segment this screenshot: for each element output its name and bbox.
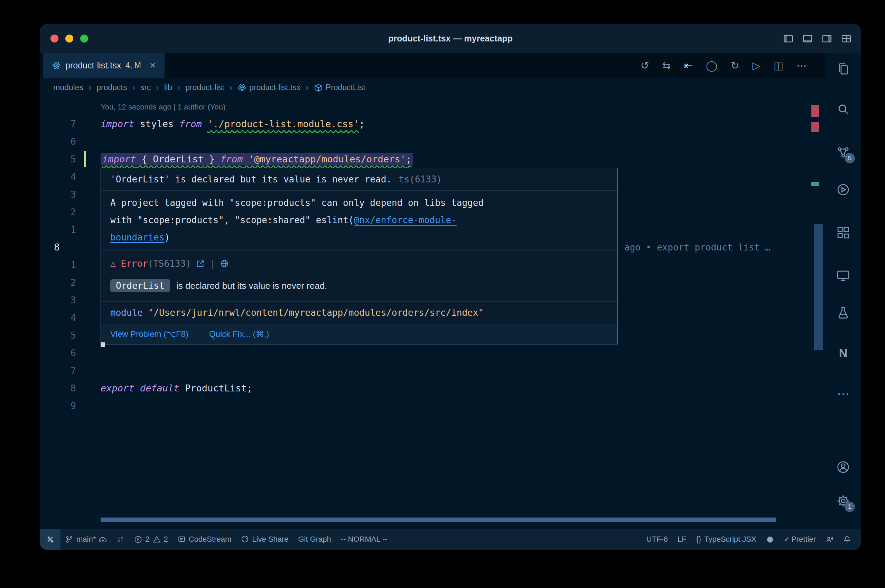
breadcrumb-src[interactable]: src [140, 83, 151, 92]
live-share-status[interactable]: Live Share [236, 529, 293, 550]
vertical-scrollbar[interactable] [814, 224, 823, 350]
breadcrumb-symbol[interactable]: ProductList [314, 83, 365, 92]
problems-status[interactable]: 2 2 [129, 529, 173, 550]
language-mode-status[interactable]: {} TypeScript JSX [691, 529, 761, 550]
encoding-status[interactable]: UTF-8 [642, 529, 673, 550]
tab-bar: product-list.tsx 4, M × ↺ ⇆ ⇤ ◯ ↻ ▷ ◫ ⋯ [40, 53, 826, 78]
quick-fix-button[interactable]: Quick Fix... (⌘.) [209, 329, 269, 339]
minimap-error-mark [811, 105, 819, 117]
globe-icon[interactable] [220, 259, 229, 268]
language-label: TypeScript JSX [704, 535, 756, 544]
breadcrumb-modules[interactable]: modules [53, 83, 83, 92]
remote-explorer-icon[interactable] [835, 268, 851, 283]
titlebar: product-list.tsx — myreactapp [40, 24, 861, 53]
code-line-import-styles[interactable]: import styles from './product-list.modul… [81, 118, 826, 129]
publish-cloud-icon[interactable] [99, 536, 107, 543]
line-number[interactable]: 4 [40, 312, 81, 323]
layout-grid-icon[interactable] [841, 33, 852, 44]
blame-codelens[interactable]: You, 12 seconds ago | 1 author (You) [101, 103, 225, 111]
line-number[interactable]: 4 [40, 171, 81, 182]
tab-product-list[interactable]: product-list.tsx 4, M × [43, 53, 165, 78]
settings-gear-icon[interactable]: 1 [835, 494, 851, 508]
react-icon [237, 83, 246, 92]
nav-circle-icon[interactable]: ◯ [706, 59, 718, 72]
error-count: 2 [145, 535, 149, 544]
error-status-row: ⚠ Error(TS6133) | [110, 258, 608, 269]
vim-mode-indicator[interactable]: -- NORMAL -- [336, 529, 392, 550]
compare-branches-button[interactable] [112, 529, 129, 550]
popup-resize-handle[interactable] [101, 342, 105, 347]
search-icon[interactable] [835, 102, 851, 117]
keyword-import: import [102, 154, 136, 165]
breadcrumb-symbol-label: ProductList [326, 83, 365, 92]
split-editor-icon[interactable]: ◫ [774, 59, 783, 72]
line-number[interactable]: 3 [40, 189, 81, 200]
string-orders-path: '@myreactapp/modules/orders' [249, 154, 406, 165]
additional-views-icon[interactable]: ⋯ [835, 386, 851, 402]
testing-icon[interactable] [835, 305, 851, 321]
breadcrumb-file[interactable]: product-list.tsx [237, 83, 301, 92]
extensions-icon[interactable] [835, 225, 851, 240]
run-icon[interactable]: ▷ [753, 59, 760, 72]
line-number[interactable]: 1 [40, 260, 81, 270]
explorer-icon[interactable] [835, 62, 851, 77]
code-line-export[interactable]: export default ProductList; [81, 383, 826, 393]
open-external-icon[interactable] [196, 259, 205, 268]
symbol-row: OrderList is declared but its value is n… [110, 279, 608, 292]
notifications-bell[interactable] [838, 529, 856, 550]
git-branch-status[interactable]: main* [60, 529, 112, 550]
eslint-rule-link[interactable]: @nx/enforce-module- [354, 215, 456, 225]
more-actions-icon[interactable]: ⋯ [796, 59, 807, 72]
remote-indicator[interactable] [40, 529, 60, 550]
breadcrumb-lib[interactable]: lib [164, 83, 172, 92]
breadcrumb-product-list[interactable]: product-list [185, 83, 224, 92]
line-number[interactable]: 9 [40, 400, 81, 411]
back-icon[interactable]: ⇤ [684, 59, 693, 72]
layout-sidebar-right-icon[interactable] [821, 33, 832, 44]
line-number[interactable]: 6 [40, 136, 81, 147]
keyword-default: default [140, 383, 179, 393]
layout-panel-icon[interactable] [802, 33, 813, 44]
view-problem-button[interactable]: View Problem (⌥F8) [110, 329, 188, 339]
github-status[interactable] [761, 529, 779, 550]
horizontal-scrollbar[interactable] [101, 518, 776, 522]
eslint-rule-link[interactable]: boundaries [110, 232, 165, 243]
git-compare-icon[interactable]: ⇆ [663, 59, 671, 72]
nx-console-icon[interactable]: N [835, 345, 851, 361]
git-graph-status[interactable]: Git Graph [293, 529, 336, 550]
minimap-change-mark [811, 182, 819, 186]
chevron-right-icon: › [306, 82, 308, 93]
prettier-status[interactable]: ✓ Prettier [779, 529, 821, 550]
nav-forward-icon[interactable]: ↻ [730, 59, 739, 72]
line-number-current[interactable]: 8 [40, 242, 81, 252]
status-bar-right: UTF-8 LF {} TypeScript JSX ✓ Prettier [642, 529, 861, 550]
run-debug-icon[interactable] [835, 182, 851, 197]
line-number[interactable]: 7 [40, 365, 81, 376]
inline-blame-annotation: ago • export product list … [624, 242, 771, 252]
line-number[interactable]: 5 [40, 330, 81, 340]
code-line-import-orderlist[interactable]: import { OrderList } from '@myreactapp/m… [81, 154, 826, 165]
line-number[interactable]: 7 [40, 118, 81, 129]
chevron-right-icon: › [230, 82, 232, 93]
tab-close-icon[interactable]: × [150, 60, 156, 70]
git-branch-icon [65, 536, 73, 543]
line-number[interactable]: 8 [40, 383, 81, 393]
codestream-status[interactable]: CodeStream [173, 529, 236, 550]
timeline-icon[interactable]: ↺ [640, 59, 649, 72]
breadcrumb-products[interactable]: products [96, 83, 127, 92]
eol-status[interactable]: LF [673, 529, 691, 550]
feedback-status[interactable] [821, 529, 838, 550]
layout-sidebar-left-icon[interactable] [783, 33, 794, 44]
chevron-right-icon: › [132, 82, 135, 93]
warning-count: 2 [164, 535, 168, 544]
code-editor[interactable]: You, 12 seconds ago | 1 author (You) 7 i… [40, 98, 826, 529]
line-number[interactable]: 2 [40, 207, 81, 217]
line-number[interactable]: 2 [40, 277, 81, 288]
line-number[interactable]: 3 [40, 295, 81, 305]
source-control-icon[interactable]: 5 [835, 145, 851, 160]
line-number[interactable]: 1 [40, 224, 81, 235]
line-number[interactable]: 5 [40, 154, 81, 165]
line-number[interactable]: 6 [40, 348, 81, 358]
chevron-right-icon: › [177, 82, 180, 93]
accounts-icon[interactable] [835, 459, 851, 475]
